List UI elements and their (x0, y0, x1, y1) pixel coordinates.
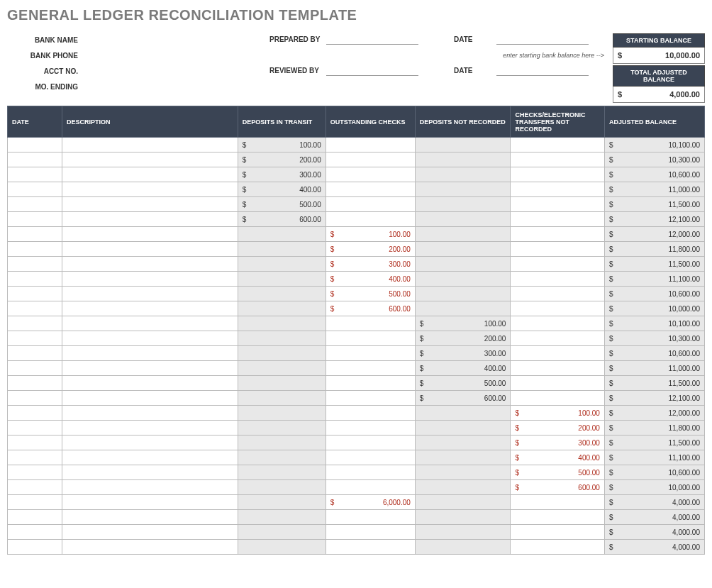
table-cell[interactable]: $4,000.00 (604, 510, 704, 525)
table-cell[interactable] (511, 197, 604, 212)
cell-description[interactable] (62, 287, 238, 301)
cell-description[interactable] (62, 301, 238, 316)
cell-description[interactable] (62, 242, 238, 257)
table-cell[interactable] (326, 138, 415, 152)
cell-date[interactable] (8, 361, 62, 376)
table-cell[interactable] (511, 212, 604, 227)
table-cell[interactable]: $11,800.00 (604, 421, 704, 436)
table-cell[interactable] (326, 480, 415, 495)
cell-date[interactable] (8, 197, 62, 212)
table-cell[interactable] (326, 152, 415, 167)
table-cell[interactable]: $4,000.00 (604, 495, 704, 510)
cell-description[interactable] (62, 450, 238, 465)
table-cell[interactable] (511, 316, 604, 331)
table-cell[interactable] (415, 436, 511, 450)
table-cell[interactable] (326, 391, 415, 406)
table-cell[interactable] (415, 480, 511, 495)
table-cell[interactable]: $300.00 (511, 436, 604, 450)
cell-description[interactable] (62, 346, 238, 361)
table-cell[interactable] (415, 138, 511, 152)
table-cell[interactable] (415, 242, 511, 257)
cell-description[interactable] (62, 212, 238, 227)
table-cell[interactable] (511, 510, 604, 525)
table-cell[interactable]: $12,100.00 (604, 391, 704, 406)
table-cell[interactable] (415, 287, 511, 301)
table-cell[interactable] (326, 510, 415, 525)
table-cell[interactable] (238, 436, 326, 450)
table-cell[interactable]: $400.00 (511, 450, 604, 465)
cell-description[interactable] (62, 376, 238, 391)
table-cell[interactable] (238, 287, 326, 301)
table-cell[interactable] (511, 182, 604, 197)
table-cell[interactable] (326, 465, 415, 480)
date-input-1[interactable] (496, 33, 589, 45)
cell-date[interactable] (8, 436, 62, 450)
cell-description[interactable] (62, 257, 238, 272)
table-cell[interactable] (511, 167, 604, 182)
table-cell[interactable]: $11,000.00 (604, 182, 704, 197)
table-cell[interactable] (326, 540, 415, 555)
table-cell[interactable]: $600.00 (511, 480, 604, 495)
cell-description[interactable] (62, 540, 238, 555)
table-cell[interactable] (238, 331, 326, 346)
cell-date[interactable] (8, 510, 62, 525)
table-cell[interactable]: $11,500.00 (604, 257, 704, 272)
table-cell[interactable] (238, 540, 326, 555)
table-cell[interactable] (511, 346, 604, 361)
table-cell[interactable]: $11,500.00 (604, 197, 704, 212)
cell-date[interactable] (8, 167, 62, 182)
table-cell[interactable]: $600.00 (238, 212, 326, 227)
table-cell[interactable] (511, 331, 604, 346)
table-cell[interactable]: $4,000.00 (604, 525, 704, 540)
cell-description[interactable] (62, 138, 238, 152)
cell-date[interactable] (8, 152, 62, 167)
table-cell[interactable] (511, 138, 604, 152)
cell-date[interactable] (8, 138, 62, 152)
table-cell[interactable] (238, 272, 326, 287)
table-cell[interactable] (511, 227, 604, 242)
table-cell[interactable] (415, 465, 511, 480)
table-cell[interactable]: $500.00 (415, 376, 511, 391)
table-cell[interactable] (326, 361, 415, 376)
cell-description[interactable] (62, 436, 238, 450)
table-cell[interactable] (511, 391, 604, 406)
table-cell[interactable] (326, 346, 415, 361)
table-cell[interactable]: $10,000.00 (604, 301, 704, 316)
table-cell[interactable] (326, 376, 415, 391)
cell-date[interactable] (8, 525, 62, 540)
reviewed-by-input[interactable] (326, 65, 418, 76)
table-cell[interactable] (238, 510, 326, 525)
table-cell[interactable] (415, 450, 511, 465)
cell-description[interactable] (62, 227, 238, 242)
cell-description[interactable] (62, 480, 238, 495)
table-cell[interactable] (415, 212, 511, 227)
table-cell[interactable] (415, 540, 511, 555)
table-cell[interactable] (326, 167, 415, 182)
table-cell[interactable] (238, 525, 326, 540)
cell-date[interactable] (8, 257, 62, 272)
table-cell[interactable]: $100.00 (511, 406, 604, 421)
table-cell[interactable]: $10,300.00 (604, 152, 704, 167)
cell-date[interactable] (8, 346, 62, 361)
table-cell[interactable] (511, 495, 604, 510)
table-cell[interactable] (326, 197, 415, 212)
cell-date[interactable] (8, 242, 62, 257)
cell-date[interactable] (8, 212, 62, 227)
table-cell[interactable]: $10,100.00 (604, 316, 704, 331)
table-cell[interactable] (238, 257, 326, 272)
table-cell[interactable]: $11,800.00 (604, 242, 704, 257)
table-cell[interactable]: $11,000.00 (604, 361, 704, 376)
table-cell[interactable]: $10,600.00 (604, 465, 704, 480)
table-cell[interactable]: $12,100.00 (604, 212, 704, 227)
cell-description[interactable] (62, 182, 238, 197)
table-cell[interactable]: $10,000.00 (604, 480, 704, 495)
cell-description[interactable] (62, 525, 238, 540)
table-cell[interactable] (238, 406, 326, 421)
table-cell[interactable] (511, 152, 604, 167)
table-cell[interactable] (238, 346, 326, 361)
table-cell[interactable] (511, 540, 604, 555)
table-cell[interactable] (415, 257, 511, 272)
table-cell[interactable]: $300.00 (238, 167, 326, 182)
table-cell[interactable] (415, 421, 511, 436)
cell-description[interactable] (62, 406, 238, 421)
